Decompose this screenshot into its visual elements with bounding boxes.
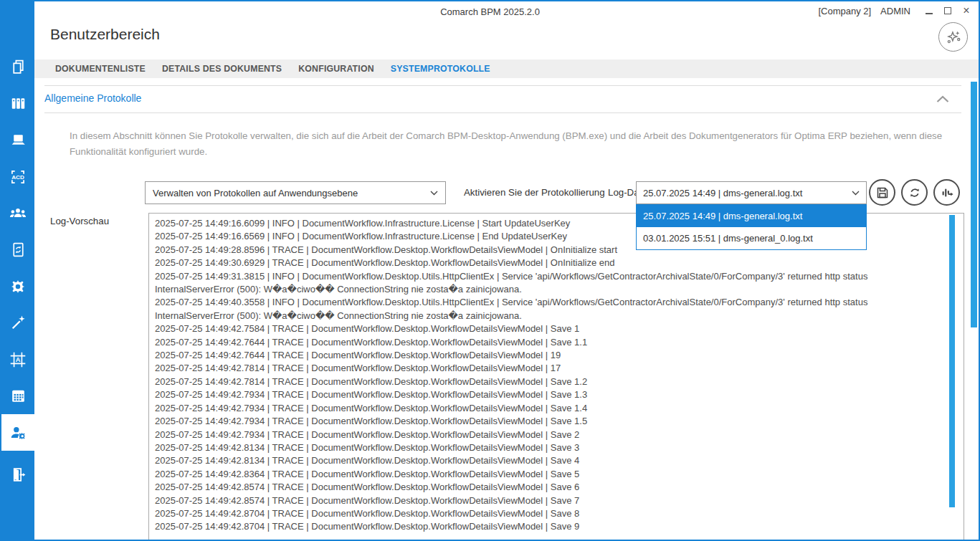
settings-gear-icon (9, 277, 27, 296)
sidebar-item-acd[interactable]: ACD (1, 158, 34, 195)
sidebar-item-calendar[interactable] (1, 378, 34, 414)
log-line: 2025-07-25 14:49:42.8134 | TRACE | Docum… (155, 441, 943, 454)
log-line: 2025-07-25 14:49:42.7934 | TRACE | Docum… (155, 402, 943, 415)
titlebar-user-area: [Company 2] ADMIN × (818, 5, 971, 16)
log-line: 2025-07-25 14:49:42.8364 | TRACE | Docum… (155, 468, 943, 481)
log-line: 2025-07-25 14:49:42.7814 | TRACE | Docum… (155, 375, 943, 388)
log-lines: 2025-07-25 14:49:16.6099 | INFO | Docume… (155, 217, 943, 534)
sparkles-icon (944, 28, 963, 47)
page-title: Benutzerbereich (50, 26, 160, 43)
log-preview-box[interactable]: 2025-07-25 14:49:16.6099 | INFO | Docume… (148, 213, 964, 540)
sidebar-item-logout[interactable] (1, 456, 34, 493)
log-line: 2025-07-25 14:49:40.3558 | INFO | Docume… (155, 296, 943, 322)
sidebar-item-settings[interactable] (1, 268, 34, 305)
maximize-icon (944, 7, 951, 14)
refresh-icon (908, 186, 922, 200)
log-line: 2025-07-25 14:49:42.7584 | TRACE | Docum… (155, 322, 943, 335)
section-description: In diesem Abschnitt können Sie Protokoll… (70, 128, 957, 159)
dropdown-option-1[interactable]: 25.07.2025 14:49 | dms-general.log.txt (637, 205, 866, 227)
document-sync-icon (9, 241, 27, 259)
log-line: 2025-07-25 14:49:42.7814 | TRACE | Docum… (155, 362, 943, 375)
user-settings-icon (9, 423, 27, 442)
window-controls: × (924, 5, 971, 16)
tab-strip: DOKUMENTENLISTE DETAILS DES DOKUMENTS KO… (34, 59, 979, 78)
company-badge: [Company 2] (818, 6, 871, 16)
sidebar-item-document-sync[interactable] (1, 231, 34, 268)
log-file-dropdown: 25.07.2025 14:49 | dms-general.log.txt 0… (636, 204, 867, 250)
dropdown-option-2[interactable]: 03.01.2025 15:51 | dms-general_0.log.txt (637, 227, 866, 249)
chevron-down-icon (852, 191, 860, 196)
log-file-select[interactable]: 25.07.2025 14:49 | dms-general.log.txt (636, 181, 867, 204)
refresh-log-button[interactable] (901, 179, 928, 206)
team-icon (9, 204, 27, 223)
log-line: 2025-07-25 14:49:42.7644 | TRACE | Docum… (155, 349, 943, 362)
log-line: 2025-07-25 14:49:42.8704 | TRACE | Docum… (155, 520, 943, 533)
sidebar-item-team[interactable] (1, 195, 34, 231)
sidebar: ACD (1, 1, 34, 540)
chevron-up-icon (936, 95, 950, 103)
save-floppy-icon (875, 186, 890, 200)
page-scrollbar-thumb[interactable] (971, 82, 977, 327)
log-scope-select-value: Verwalten von Protokollen auf Anwendungs… (153, 188, 358, 198)
log-file-select-value: 25.07.2025 14:49 | dms-general.log.txt (643, 188, 802, 198)
log-line: 2025-07-25 14:49:31.3815 | INFO | Docume… (155, 270, 943, 297)
calendar-icon (9, 387, 27, 405)
log-line: 2025-07-25 14:49:42.7934 | TRACE | Docum… (155, 388, 943, 401)
log-line: 2025-07-25 14:49:42.8574 | TRACE | Docum… (155, 481, 943, 494)
tab-systemprotokolle[interactable]: SYSTEMPROTOKOLLE (391, 64, 490, 74)
export-log-button[interactable] (933, 179, 960, 206)
sidebar-item-workstation[interactable] (1, 122, 34, 158)
acd-icon: ACD (9, 168, 27, 186)
text-frame-icon-label: A (16, 356, 21, 363)
close-button[interactable]: × (961, 5, 971, 16)
log-scrollbar-thumb[interactable] (949, 215, 955, 507)
logout-icon (9, 466, 27, 484)
collapse-section-button[interactable] (936, 93, 953, 105)
section-title: Allgemeine Protokolle (44, 92, 141, 104)
assistant-button[interactable] (938, 22, 968, 52)
text-frame-icon: A (9, 350, 27, 369)
log-preview-label: Log-Vorschau (50, 216, 109, 226)
sidebar-item-documents[interactable] (1, 49, 34, 85)
maximize-button[interactable] (943, 5, 953, 16)
log-line: 2025-07-25 14:49:42.8574 | TRACE | Docum… (155, 494, 943, 507)
sidebar-item-wizard[interactable] (1, 305, 34, 341)
minimize-icon (926, 13, 933, 14)
log-line: 2025-07-25 14:49:42.7934 | TRACE | Docum… (155, 429, 943, 441)
sidebar-item-text-frame[interactable]: A (1, 341, 34, 378)
tab-dokumentenliste[interactable]: DOKUMENTENLISTE (55, 64, 146, 74)
username-label: ADMIN (880, 6, 910, 16)
tab-details-des-dokuments[interactable]: DETAILS DES DOKUMENTS (162, 64, 282, 74)
save-log-button[interactable] (869, 179, 895, 206)
app-window: Comarch BPM 2025.2.0 [Company 2] ADMIN ×… (0, 0, 980, 541)
chevron-down-icon (430, 191, 438, 196)
acd-icon-label: ACD (11, 173, 24, 180)
binders-icon (9, 95, 27, 112)
documents-icon (9, 58, 27, 76)
log-line: 2025-07-25 14:49:30.6929 | TRACE | Docum… (155, 257, 943, 269)
sidebar-items: ACD (1, 49, 34, 493)
laptop-icon (9, 131, 27, 149)
log-line: 2025-07-25 14:49:42.8704 | TRACE | Docum… (155, 507, 943, 520)
sidebar-item-user-settings[interactable] (1, 414, 34, 451)
divider-bottom (44, 112, 961, 113)
magic-wand-icon (9, 314, 27, 332)
log-line: 2025-07-25 14:49:42.7934 | TRACE | Docum… (155, 415, 943, 428)
log-line: 2025-07-25 14:49:42.8134 | TRACE | Docum… (155, 454, 943, 467)
log-line: 2025-07-25 14:49:42.7644 | TRACE | Docum… (155, 336, 943, 349)
log-scope-select[interactable]: Verwalten von Protokollen auf Anwendungs… (145, 181, 446, 204)
tab-konfiguration[interactable]: KONFIGURATION (298, 64, 374, 74)
minimize-button[interactable] (924, 5, 934, 16)
equalizer-arrow-icon (940, 186, 954, 200)
enable-logging-label: Aktivieren Sie der Protokollierung (464, 187, 605, 198)
sidebar-item-binders[interactable] (1, 85, 34, 122)
close-icon: × (963, 6, 969, 16)
divider-top (44, 85, 961, 86)
